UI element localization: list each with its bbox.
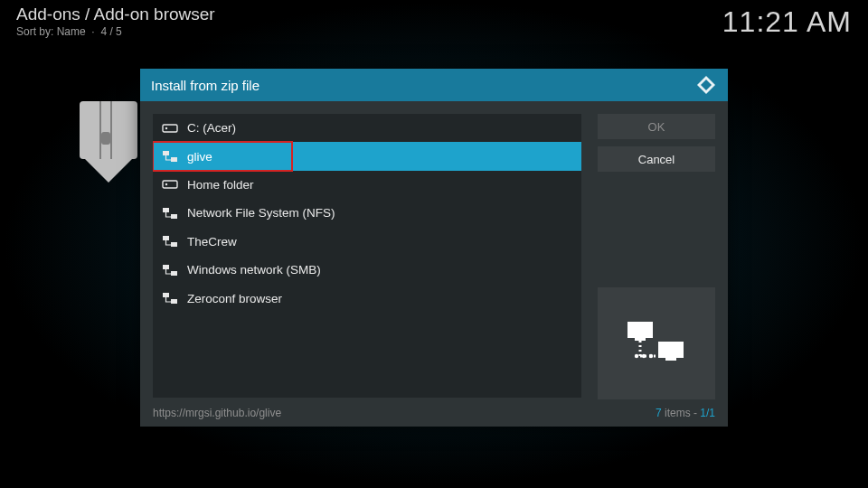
svg-rect-15: [635, 338, 646, 341]
file-row[interactable]: Zeroconf browser: [153, 284, 581, 312]
svg-rect-13: [171, 299, 177, 304]
file-row[interactable]: TheCrew: [153, 228, 581, 256]
dialog-title: Install from zip file: [151, 78, 259, 93]
zip-download-icon: [76, 101, 141, 195]
header-bar: Add-ons / Add-on browser Sort by: Name ·…: [0, 0, 868, 43]
file-row-label: Network File System (NFS): [187, 206, 335, 220]
svg-rect-12: [163, 293, 169, 297]
svg-rect-2: [163, 151, 169, 155]
svg-point-18: [635, 354, 638, 358]
file-row-label: C: (Acer): [187, 121, 236, 135]
file-row-label: glive: [187, 150, 212, 164]
cancel-button[interactable]: Cancel: [598, 146, 715, 172]
file-row[interactable]: Home folder: [153, 171, 581, 199]
network-icon: [162, 207, 178, 220]
install-from-zip-dialog: Install from zip file C: (Acer)gliveHome…: [140, 69, 728, 427]
svg-point-1: [165, 127, 167, 128]
network-icon: [162, 292, 178, 305]
page-index: 4 / 5: [100, 25, 121, 38]
file-row[interactable]: C: (Acer): [153, 114, 581, 142]
svg-rect-0: [163, 125, 177, 132]
svg-rect-16: [658, 342, 684, 358]
preview-panel: [598, 287, 715, 399]
svg-rect-14: [627, 322, 653, 338]
file-row-label: Home folder: [187, 178, 254, 192]
svg-rect-17: [665, 358, 676, 361]
svg-rect-3: [171, 157, 177, 162]
file-row-label: Windows network (SMB): [187, 263, 321, 277]
file-row[interactable]: Network File System (NFS): [153, 199, 581, 227]
file-row-label: TheCrew: [187, 235, 237, 249]
svg-rect-11: [171, 271, 177, 276]
network-icon: [162, 150, 178, 163]
dialog-footer: https://mrgsi.github.io/glive 7 items - …: [140, 399, 728, 427]
network-preview-icon: [624, 316, 689, 371]
network-icon: [162, 264, 178, 277]
file-row[interactable]: glive: [153, 142, 581, 170]
file-row-label: Zeroconf browser: [187, 292, 282, 305]
ok-button[interactable]: OK: [598, 114, 715, 139]
hdd-icon: [162, 122, 178, 135]
svg-rect-7: [171, 214, 177, 219]
item-count: 7 items - 1/1: [656, 407, 715, 419]
svg-rect-9: [171, 242, 177, 247]
hdd-icon: [162, 178, 178, 191]
dialog-titlebar: Install from zip file: [140, 69, 728, 101]
kodi-logo-icon: [695, 74, 717, 96]
source-path: https://mrgsi.github.io/glive: [153, 407, 281, 419]
svg-rect-4: [163, 181, 177, 188]
svg-point-5: [165, 183, 167, 185]
file-list[interactable]: C: (Acer)gliveHome folderNetwork File Sy…: [153, 114, 581, 398]
file-row[interactable]: Windows network (SMB): [153, 256, 581, 284]
svg-rect-8: [163, 236, 169, 240]
sort-label: Sort by: Name: [16, 25, 86, 38]
svg-rect-10: [163, 265, 169, 269]
network-icon: [162, 235, 178, 248]
clock: 11:21 AM: [722, 5, 852, 39]
svg-rect-6: [163, 208, 169, 212]
